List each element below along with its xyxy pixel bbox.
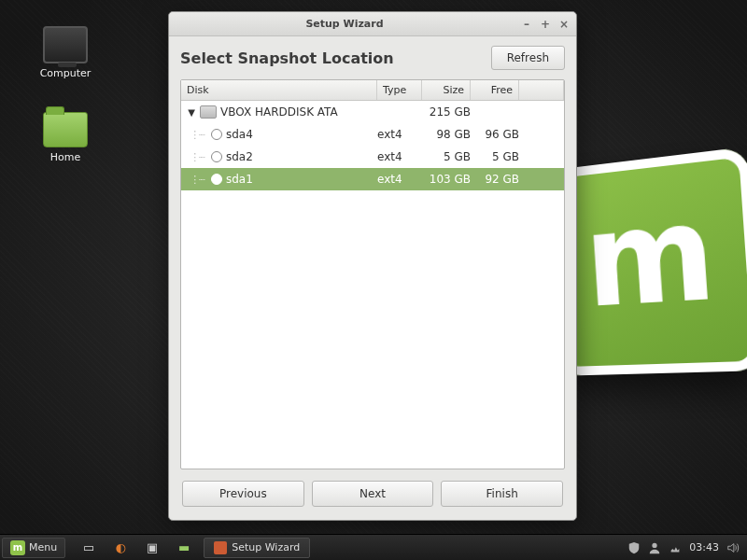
mint-icon: m — [10, 540, 25, 555]
network-icon[interactable] — [669, 541, 682, 554]
partition-type: ext4 — [377, 128, 422, 141]
close-button[interactable]: × — [557, 18, 571, 31]
harddisk-icon — [200, 105, 217, 119]
volume-icon[interactable] — [726, 541, 740, 554]
partition-free: 96 GB — [471, 128, 519, 141]
desktop-icon-label: Home — [28, 151, 103, 163]
col-type-header[interactable]: Type — [377, 80, 422, 100]
minimize-button[interactable]: – — [520, 18, 533, 31]
terminal-launcher[interactable]: ▣ — [138, 538, 166, 558]
desktop-icon-label: Computer — [28, 67, 103, 79]
desktop-icon-computer[interactable]: Computer — [28, 26, 103, 79]
terminal-icon: ▣ — [144, 539, 161, 556]
partition-size: 98 GB — [422, 128, 471, 141]
page-heading: Select Snapshot Location — [180, 49, 491, 67]
disk-name: VBOX HARDDISK ATA — [220, 105, 338, 119]
system-tray: 03:43 — [627, 541, 747, 554]
next-button[interactable]: Next — [312, 481, 434, 507]
col-free-header[interactable]: Free — [471, 80, 519, 100]
partition-radio-sda2[interactable] — [211, 151, 222, 162]
task-label: Setup Wizard — [232, 541, 300, 553]
previous-button[interactable]: Previous — [182, 481, 304, 507]
show-desktop-button[interactable]: ▭ — [75, 538, 103, 558]
col-size-header[interactable]: Size — [422, 80, 471, 100]
partition-row-sda2[interactable]: ⋮┈ sda2 ext4 5 GB 5 GB — [181, 146, 564, 168]
folder-icon: ▬ — [176, 539, 192, 556]
partition-row-sda1[interactable]: ⋮┈ sda1 ext4 103 GB 92 GB — [181, 168, 564, 190]
setup-wizard-window: Setup Wizard – + × Select Snapshot Locat… — [168, 11, 577, 521]
taskbar: m Menu ▭ ◐ ▣ ▬ Setup Wizard 03:43 — [0, 534, 747, 560]
menu-button[interactable]: m Menu — [2, 538, 65, 558]
tree-header: Disk Type Size Free — [181, 80, 564, 101]
firefox-launcher[interactable]: ◐ — [106, 538, 134, 558]
menu-label: Menu — [29, 541, 57, 553]
finish-button[interactable]: Finish — [441, 481, 563, 507]
partition-row-sda4[interactable]: ⋮┈ sda4 ext4 98 GB 96 GB — [181, 123, 564, 146]
partition-radio-sda4[interactable] — [211, 129, 222, 140]
partition-type: ext4 — [377, 150, 422, 163]
disk-tree: Disk Type Size Free ▼ VBOX HARDDISK ATA — [180, 79, 565, 469]
col-extra-header — [519, 80, 564, 100]
tree-branch-icon: ⋮┈ — [187, 151, 207, 163]
tree-branch-icon: ⋮┈ — [187, 129, 207, 141]
app-icon — [214, 541, 227, 554]
shield-icon[interactable] — [627, 541, 641, 554]
monitor-icon — [43, 26, 88, 63]
partition-free: 92 GB — [471, 173, 519, 186]
files-launcher[interactable]: ▬ — [170, 538, 198, 558]
firefox-icon: ◐ — [112, 539, 129, 556]
tree-branch-icon: ⋮┈ — [187, 174, 207, 186]
svg-point-0 — [653, 542, 657, 547]
folder-icon — [43, 112, 88, 147]
user-icon[interactable] — [648, 541, 661, 554]
taskbar-task-setup-wizard[interactable]: Setup Wizard — [204, 538, 310, 558]
disk-size: 215 GB — [422, 105, 471, 119]
partition-radio-sda1[interactable] — [211, 174, 222, 185]
partition-size: 103 GB — [422, 173, 471, 186]
clock[interactable]: 03:43 — [689, 541, 719, 553]
desktop-icon-home[interactable]: Home — [28, 112, 103, 163]
desktop-background: m Computer Home Setup Wizard – + × Selec… — [0, 0, 747, 560]
partition-size: 5 GB — [422, 150, 471, 163]
desktop-icon: ▭ — [80, 539, 97, 556]
partition-name: sda4 — [226, 128, 253, 141]
disk-row[interactable]: ▼ VBOX HARDDISK ATA 215 GB — [181, 101, 564, 123]
refresh-button[interactable]: Refresh — [491, 46, 565, 70]
maximize-button[interactable]: + — [539, 18, 552, 31]
window-title: Setup Wizard — [175, 18, 514, 30]
titlebar[interactable]: Setup Wizard – + × — [169, 12, 576, 36]
partition-name: sda1 — [226, 173, 253, 186]
tree-collapse-icon[interactable]: ▼ — [187, 107, 196, 118]
partition-free: 5 GB — [471, 150, 519, 163]
partition-type: ext4 — [377, 173, 422, 186]
partition-name: sda2 — [226, 150, 253, 163]
col-disk-header[interactable]: Disk — [181, 80, 377, 100]
